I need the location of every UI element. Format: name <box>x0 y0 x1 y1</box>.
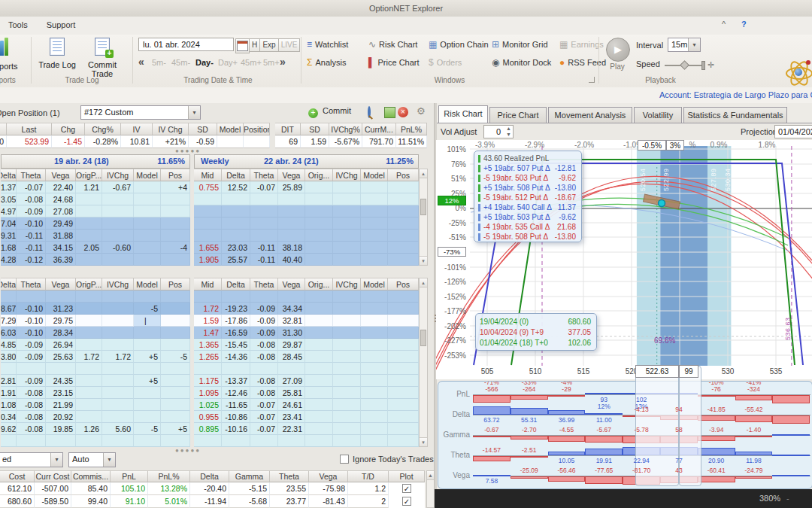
calendar-button[interactable] <box>235 38 250 53</box>
option-cell <box>388 435 419 447</box>
reports-icon[interactable] <box>0 38 11 56</box>
expiry-scrollbar[interactable]: ▴▾ <box>419 278 428 447</box>
expiry-scrollbar[interactable]: ▴▾ <box>419 169 428 266</box>
windows-price-chart-button[interactable]: ▌Price Chart <box>368 57 420 68</box>
play-button[interactable]: ▶ Play <box>606 38 630 71</box>
trade-cell: 612.10 <box>0 482 35 495</box>
scroll-down-icon[interactable]: ▾ <box>420 437 427 446</box>
greek-bar <box>511 476 548 479</box>
date-prev-button[interactable]: « <box>138 56 144 68</box>
greek-bar <box>511 456 548 458</box>
splitter-handle[interactable]: ●●●●● <box>173 148 203 154</box>
top-axis-label: -2.0% <box>568 141 601 149</box>
option-cell <box>102 315 134 327</box>
option-cell: 1.37 <box>1 181 17 193</box>
greek-value-label: 63.72 <box>473 417 511 424</box>
column-header: Pos <box>161 169 190 181</box>
option-cell <box>305 315 333 327</box>
tab-movement-analysis[interactable]: Movement Analysis <box>548 107 632 123</box>
ribbon-collapse-icon[interactable]: ^ <box>722 20 726 29</box>
trading-date-input[interactable]: lu. 01 abr. 2024 <box>138 38 234 51</box>
option-cell <box>361 327 388 339</box>
reports-button[interactable]: eports <box>0 62 23 71</box>
tab-statistics-fundamentals[interactable]: Statistics & Fundamentals <box>683 107 787 123</box>
menu-support[interactable]: Support <box>38 17 84 29</box>
option-cell: -10.86 <box>222 411 250 423</box>
option-cell <box>17 435 46 447</box>
greek-value-label: -60.41 <box>698 467 735 474</box>
windows-analysis-button[interactable]: ΣAnalysis <box>307 57 346 68</box>
menu-tools[interactable]: Tools <box>0 17 36 29</box>
greek-bar <box>548 395 586 397</box>
risk-chart[interactable]: -3.9%-2.9%-2.0%-1.0%0.9%1.8%-0.5%3%%101%… <box>436 140 812 379</box>
tab-price-chart[interactable]: Price Chart <box>489 107 547 123</box>
trade-log-button[interactable]: Trade Log <box>38 38 77 69</box>
auto-select[interactable]: Auto▾ <box>68 452 116 467</box>
commit-trade-button[interactable]: + Commit Trade <box>78 38 126 78</box>
column-header: Model <box>134 169 161 181</box>
commit-button[interactable]: + Commit <box>308 106 351 118</box>
option-cell: 28.34 <box>46 327 76 339</box>
greek-value-label: 11.00 <box>585 417 623 424</box>
option-cell <box>76 327 102 339</box>
scroll-thumb[interactable] <box>420 199 426 215</box>
greek-bar <box>698 395 735 397</box>
h-button[interactable]: H <box>249 38 260 52</box>
option-cell: 4.28 <box>1 254 17 266</box>
windows-orders-button: $Orders <box>429 57 462 68</box>
option-cell <box>102 193 134 205</box>
search-icon[interactable] <box>368 106 371 118</box>
analysis-icon: Σ <box>307 57 312 68</box>
gear-icon[interactable]: ⚙ <box>417 105 426 117</box>
option-cell <box>161 217 190 230</box>
tooltip-leg-row: -5 19abr. 512 Put Δ-18.67 <box>474 193 581 202</box>
projection-date-input[interactable]: 01/04/202 <box>774 125 812 138</box>
scroll-up-icon[interactable]: ▴ <box>420 169 427 178</box>
option-cell <box>76 339 102 351</box>
option-cell: -19.23 <box>222 303 250 315</box>
plot-checkbox[interactable]: ✓ <box>402 484 411 493</box>
export-grid-icon[interactable] <box>384 107 395 118</box>
speed-plus-icon[interactable]: ✛ <box>707 60 714 70</box>
greek-value-label: -5.67 <box>585 427 623 433</box>
plot-checkbox[interactable]: ✓ <box>402 497 411 506</box>
trade-cell: -20.40 <box>190 482 229 495</box>
scroll-thumb[interactable] <box>420 330 426 346</box>
windows-risk-chart-button[interactable]: ∿Risk Chart <box>368 39 417 50</box>
trade-cell: -81.43 <box>309 495 348 508</box>
option-cell: 9.31 <box>1 230 17 242</box>
greek-bar <box>772 395 810 403</box>
interval-select[interactable]: 15m▾ <box>668 38 701 52</box>
greek-value-label: -0.67 <box>473 427 511 433</box>
splitter-handle[interactable]: ●●●●● <box>173 447 203 454</box>
speed-slider-handle[interactable] <box>680 60 689 70</box>
option-cell: 25.57 <box>222 254 250 266</box>
tab-risk-chart[interactable]: Risk Chart <box>438 105 488 123</box>
position-selector[interactable]: #172 Custom▾ <box>80 105 201 120</box>
column-header: Model <box>361 169 388 181</box>
trade-filter-select[interactable]: ed▾ <box>0 452 63 467</box>
greek-value-label: -77.65 <box>585 467 623 474</box>
date-next-button[interactable]: » <box>280 56 286 68</box>
windows-dialog-launcher-icon[interactable] <box>589 77 595 83</box>
option-cell <box>333 242 361 254</box>
date-nav-Day-[interactable]: Day- <box>195 58 214 67</box>
trade-cell: -507.00 <box>35 482 71 495</box>
option-cell <box>76 315 102 327</box>
windows-monitor-dock-button[interactable]: ◉Monitor Dock <box>492 57 551 68</box>
column-header: IVChg <box>102 169 134 181</box>
exp-button[interactable]: Exp <box>259 38 279 52</box>
windows-option-chain-button[interactable]: ▦Option Chain <box>429 39 489 50</box>
windows-monitor-grid-button[interactable]: ⊞Monitor Grid <box>492 39 548 50</box>
close-position-icon[interactable]: × <box>398 107 408 117</box>
tooltip-leg-row: -4 19abr. 535 Call Δ21.68 <box>474 222 581 232</box>
spinner-arrows-icon[interactable]: ▲▼ <box>506 126 511 138</box>
ignore-trades-checkbox[interactable] <box>340 455 349 464</box>
help-icon[interactable]: ? <box>741 20 747 29</box>
windows-watchlist-button[interactable]: ≡Watchlist <box>307 39 348 50</box>
trade-cell: 23.77 <box>270 495 309 508</box>
option-cell <box>161 399 190 411</box>
scroll-down-icon[interactable]: ▾ <box>420 256 427 265</box>
tab-volatility[interactable]: Volatility <box>634 107 682 123</box>
scroll-up-icon[interactable]: ▴ <box>420 278 427 287</box>
